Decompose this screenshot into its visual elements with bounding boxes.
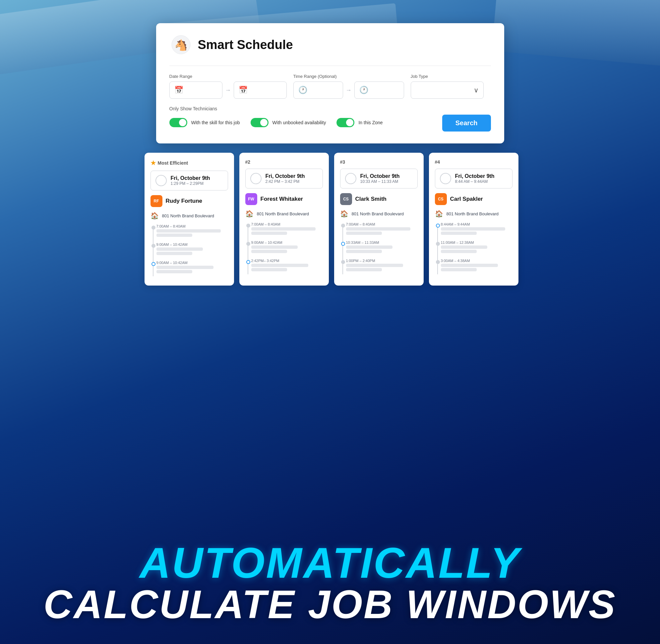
search-button[interactable]: Search — [442, 115, 491, 132]
card-badge: ★ Most Efficient — [151, 159, 228, 167]
date-end-input[interactable]: 📅 — [234, 82, 287, 99]
toggle-group-1: With the skill for this job — [169, 118, 240, 127]
star-icon: ★ — [151, 159, 156, 167]
timeline-time-2: 1:00PM – 2:40PM — [346, 259, 418, 263]
timeline-item-2: 1:00PM – 2:40PM — [346, 259, 418, 272]
time-window-box: Fri, October 9th 10:33 AM – 11:33 AM — [340, 169, 418, 188]
timeline-bar-1 — [156, 248, 203, 251]
timeline: 7:00AM – 8:40AM 9:00AM – 10:42AM 9:00AM … — [151, 224, 228, 279]
schedule-card-2[interactable]: #2 Fri, October 9th 2:42 PM – 3:42 PM FW… — [239, 153, 329, 285]
arrow-icon: → — [225, 87, 231, 94]
main-container: 🐴 Smart Schedule Date Range 📅 → 📅 — [0, 0, 660, 644]
timeline-item-0: 7:00AM – 8:40AM — [156, 224, 228, 238]
timeline-item-1: 10:33AM – 11:33AM — [346, 240, 418, 254]
time-window-box: Fri, October 9th 8:44 AM – 9:44AM — [435, 169, 512, 188]
timeline-item-1: 9:00AM – 10:42AM — [251, 240, 323, 254]
home-icon: 🏠 — [340, 210, 348, 217]
time-circle — [345, 173, 356, 184]
toggle-knob-3 — [346, 119, 353, 126]
timeline-dot-2 — [341, 260, 345, 264]
badge-label: #2 — [245, 159, 250, 165]
timeline-bar-sub-2 — [251, 268, 287, 271]
timeline-dot-0 — [341, 224, 345, 228]
timeline-time-2: 3:00AM – 4:38AM — [441, 259, 512, 263]
job-type-select[interactable]: ∨ — [411, 82, 484, 99]
timeline-bar-0 — [441, 227, 505, 231]
logo-icon: 🐴 — [169, 33, 193, 56]
tech-row: FW Forest Whitaker — [245, 193, 323, 205]
svg-text:🐴: 🐴 — [174, 39, 188, 51]
location-text: 801 North Brand Boulevard — [257, 211, 309, 216]
timeline-time-1: 11:00AM – 12:38AM — [441, 240, 512, 245]
toggle-knob-2 — [260, 119, 267, 126]
timeline-dot-1 — [341, 242, 345, 246]
timeline-bar-1 — [251, 246, 298, 249]
time-window-hours: 1:29 PM – 2:29PM — [171, 181, 210, 186]
timeline-bar-sub-0 — [156, 233, 192, 237]
timeline-dot-2 — [436, 260, 440, 264]
timeline-bar-2 — [346, 264, 403, 267]
timeline-dot-2 — [152, 262, 155, 266]
toggle-knob-1 — [179, 119, 186, 126]
tech-avatar: FW — [245, 193, 257, 205]
timeline-item-1: 9:00AM – 10:42AM — [156, 243, 228, 256]
timeline-item-2: 9:00AM – 10:42AM — [156, 261, 228, 274]
timeline-item-0: 7:00AM – 8:40AM — [251, 222, 323, 236]
toggle-availability[interactable] — [250, 118, 268, 127]
clock-end-icon: 🕐 — [359, 86, 368, 94]
timeline: 8:44AM – 9:44AM 11:00AM – 12:38AM 3:00AM… — [435, 222, 512, 277]
time-window-date: Fri, October 9th — [360, 173, 400, 179]
timeline-bar-sub-1 — [156, 252, 192, 255]
tech-avatar: RF — [151, 195, 162, 207]
time-window-info: Fri, October 9th 2:42 PM – 3:42 PM — [266, 173, 305, 184]
timeline-time-0: 7:00AM – 8:40AM — [251, 222, 323, 226]
calendar-start-icon: 📅 — [174, 86, 183, 94]
toggle-label-2: With unbooked availability — [272, 120, 326, 125]
schedule-card-3[interactable]: #3 Fri, October 9th 10:33 AM – 11:33 AM … — [334, 153, 424, 285]
date-range-label: Date Range — [169, 74, 287, 79]
brand-logo-svg: 🐴 — [171, 35, 191, 55]
time-arrow-icon: → — [346, 87, 352, 94]
date-start-input[interactable]: 📅 — [169, 82, 222, 99]
tech-row: CS Clark Smith — [340, 193, 418, 205]
timeline-dot-0 — [152, 226, 155, 230]
time-window-hours: 2:42 PM – 3:42 PM — [266, 179, 305, 184]
schedule-card-1[interactable]: ★ Most Efficient Fri, October 9th 1:29 P… — [145, 153, 234, 285]
toggle-label-1: With the skill for this job — [191, 120, 240, 125]
home-icon: 🏠 — [435, 210, 443, 217]
timeline-bar-sub-2 — [346, 268, 382, 271]
timeline-item-0: 7:00AM – 8:40AM — [346, 222, 418, 236]
time-end-input[interactable]: 🕐 — [354, 82, 404, 99]
location-row: 🏠 801 North Brand Boulevard — [151, 212, 228, 220]
time-window-info: Fri, October 9th 10:33 AM – 11:33 AM — [360, 173, 400, 184]
tech-avatar: CS — [340, 193, 352, 205]
timeline-bar-1 — [346, 246, 393, 249]
timeline-bar-sub-0 — [441, 232, 477, 235]
toggle-zone[interactable] — [336, 118, 354, 127]
time-start-input[interactable]: 🕐 — [293, 82, 343, 99]
location-row: 🏠 801 North Brand Boulevard — [340, 210, 418, 217]
timeline-time-1: 9:00AM – 10:42AM — [251, 240, 323, 245]
timeline-time-0: 7:00AM – 8:40AM — [346, 222, 418, 226]
timeline-line — [153, 227, 153, 276]
app-title: Smart Schedule — [198, 38, 293, 52]
time-window-date: Fri, October 9th — [171, 175, 210, 181]
timeline-time-1: 9:00AM – 10:42AM — [156, 243, 228, 247]
toggle-row: With the skill for this job With unbooke… — [169, 118, 383, 127]
time-circle — [440, 173, 451, 184]
timeline-bar-0 — [346, 227, 411, 231]
toggle-skill[interactable] — [169, 118, 187, 127]
filter-row: Date Range 📅 → 📅 Time Range (Optional) � — [169, 74, 491, 99]
toggle-label-3: In this Zone — [358, 120, 382, 125]
time-window-box: Fri, October 9th 1:29 PM – 2:29PM — [151, 170, 228, 190]
timeline-time-0: 8:44AM – 9:44AM — [441, 222, 512, 226]
tech-avatar: CS — [435, 193, 447, 205]
calculate-text: CALCULATE JOB WINDOWS — [43, 584, 616, 624]
badge-label: #4 — [435, 159, 440, 165]
schedule-card-4[interactable]: #4 Fri, October 9th 8:44 AM – 9:44AM CS … — [429, 153, 519, 285]
white-panel: 🐴 Smart Schedule Date Range 📅 → 📅 — [156, 23, 504, 143]
chevron-down-icon: ∨ — [474, 86, 479, 94]
card-badge: #2 — [245, 159, 323, 165]
job-type-label: Job Type — [411, 74, 484, 79]
location-row: 🏠 801 North Brand Boulevard — [435, 210, 512, 217]
